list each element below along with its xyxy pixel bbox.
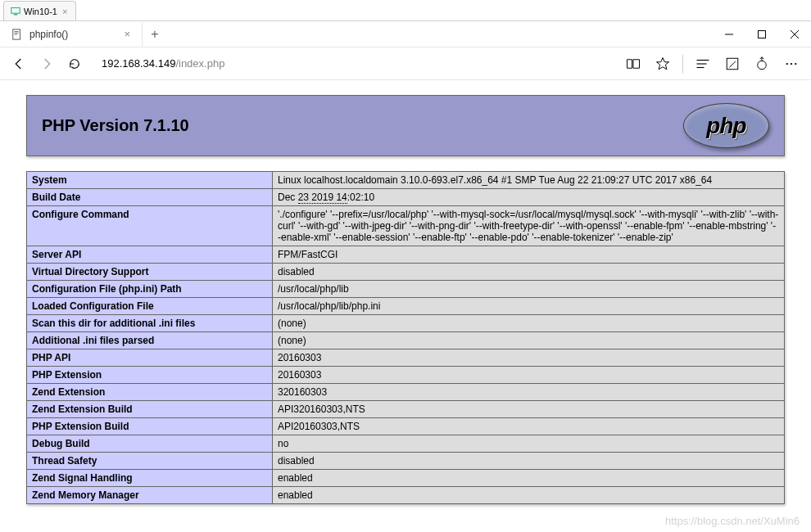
reading-view-icon[interactable] [620, 51, 646, 77]
row-value: './configure' '--prefix=/usr/local/php' … [273, 206, 785, 246]
php-version-title: PHP Version 7.1.10 [42, 116, 189, 135]
row-label: Server API [27, 246, 273, 264]
vm-tab[interactable]: Win10-1 × [3, 1, 76, 20]
row-label: Configure Command [27, 206, 273, 246]
table-row: Configure Command'./configure' '--prefix… [27, 206, 785, 246]
table-row: Additional .ini files parsed(none) [27, 332, 785, 349]
svg-rect-13 [727, 58, 738, 70]
close-window-button[interactable] [778, 22, 811, 47]
table-row: PHP API20160303 [27, 349, 785, 367]
row-label: Zend Extension [27, 384, 273, 401]
browser-tabs: phpinfo() × + [0, 21, 811, 47]
row-label: PHP API [27, 349, 273, 367]
favorite-icon[interactable] [650, 51, 676, 77]
notes-icon[interactable] [719, 51, 745, 77]
svg-rect-0 [11, 7, 20, 13]
row-value: disabled [273, 453, 785, 470]
row-value: Linux localhost.localdomain 3.10.0-693.e… [273, 172, 785, 189]
row-label: System [27, 172, 273, 189]
row-label: Zend Extension Build [27, 401, 273, 418]
row-label: Debug Build [27, 435, 273, 453]
row-label: Additional .ini files parsed [27, 332, 273, 349]
svg-point-16 [791, 62, 792, 64]
table-row: SystemLinux localhost.localdomain 3.10.0… [27, 172, 785, 189]
window-controls [713, 22, 811, 47]
row-value: API20160303,NTS [273, 418, 785, 435]
url-path: /index.php [175, 57, 224, 70]
row-label: PHP Extension [27, 367, 273, 384]
row-value: no [273, 435, 785, 453]
row-label: Build Date [27, 189, 273, 206]
table-row: Thread Safetydisabled [27, 453, 785, 470]
table-row: Zend Signal Handlingenabled [27, 470, 785, 487]
row-label: Thread Safety [27, 453, 273, 470]
vm-tab-close-icon[interactable]: × [61, 7, 69, 16]
minimize-button[interactable] [713, 22, 745, 47]
row-value: 20160303 [273, 349, 785, 367]
table-row: Build DateDec 23 2019 14:02:10 [27, 189, 785, 206]
php-header-banner: PHP Version 7.1.10 php [26, 95, 785, 156]
watermark-text: https://blog.csdn.net/XuMin6 [665, 515, 800, 527]
table-row: Zend Extension BuildAPI320160303,NTS [27, 401, 785, 418]
browser-tab-title: phpinfo() [29, 29, 68, 40]
row-label: PHP Extension Build [27, 418, 273, 435]
row-label: Loaded Configuration File [27, 298, 273, 315]
browser-toolbar: 192.168.34.149/index.php [0, 47, 811, 80]
row-value: FPM/FastCGI [273, 246, 785, 264]
svg-rect-1 [14, 14, 18, 16]
svg-point-17 [795, 62, 796, 64]
row-value: (none) [273, 332, 785, 349]
row-label: Zend Memory Manager [27, 487, 273, 504]
table-row: PHP Extension20160303 [27, 367, 785, 384]
phpinfo-table: SystemLinux localhost.localdomain 3.10.0… [26, 171, 785, 504]
address-bar[interactable]: 192.168.34.149/index.php [97, 52, 383, 75]
page-content: PHP Version 7.1.10 php SystemLinux local… [0, 80, 811, 504]
refresh-button[interactable] [62, 52, 87, 76]
table-row: Server APIFPM/FastCGI [27, 246, 785, 264]
more-icon[interactable] [778, 51, 804, 77]
table-row: Configuration File (php.ini) Path/usr/lo… [27, 281, 785, 298]
table-row: Scan this dir for additional .ini files(… [27, 315, 785, 332]
back-button[interactable] [7, 52, 31, 76]
row-value: (none) [273, 315, 785, 332]
hub-icon[interactable] [690, 51, 716, 77]
row-value: enabled [273, 470, 785, 487]
row-label: Scan this dir for additional .ini files [27, 315, 273, 332]
table-row: Debug Buildno [27, 435, 785, 453]
svg-point-14 [758, 61, 767, 70]
row-value: 20160303 [273, 367, 785, 384]
new-tab-button[interactable]: + [143, 22, 167, 47]
row-value: enabled [273, 487, 785, 504]
monitor-icon [11, 7, 20, 16]
php-logo-text: php [706, 113, 745, 139]
vm-tabbar: Win10-1 × [0, 0, 811, 21]
url-domain: 192.168.34.149 [102, 57, 175, 70]
table-row: Zend Memory Managerenabled [27, 487, 785, 504]
row-value: disabled [273, 264, 785, 281]
svg-point-15 [786, 62, 788, 64]
page-viewport: PHP Version 7.1.10 php SystemLinux local… [0, 80, 811, 532]
svg-rect-7 [759, 30, 766, 38]
table-row: Virtual Directory Supportdisabled [27, 264, 785, 281]
row-value: API320160303,NTS [273, 401, 785, 418]
php-logo: php [683, 103, 769, 148]
tab-close-icon[interactable]: × [124, 28, 130, 40]
row-label: Configuration File (php.ini) Path [27, 281, 273, 298]
forward-button[interactable] [34, 52, 59, 76]
row-value: Dec 23 2019 14:02:10 [273, 189, 785, 206]
toolbar-separator [682, 55, 683, 73]
maximize-button[interactable] [745, 22, 778, 47]
row-value: 320160303 [273, 384, 785, 401]
table-row: PHP Extension BuildAPI20160303,NTS [27, 418, 785, 435]
page-icon [11, 29, 23, 40]
row-value: /usr/local/php/lib [273, 281, 785, 298]
share-icon[interactable] [749, 51, 775, 77]
table-row: Loaded Configuration File/usr/local/php/… [27, 298, 785, 315]
row-label: Zend Signal Handling [27, 470, 273, 487]
row-label: Virtual Directory Support [27, 264, 273, 281]
table-row: Zend Extension320160303 [27, 384, 785, 401]
vm-tab-title: Win10-1 [24, 7, 57, 16]
row-value: /usr/local/php/lib/php.ini [273, 298, 785, 315]
browser-tab-active[interactable]: phpinfo() × [0, 22, 143, 47]
